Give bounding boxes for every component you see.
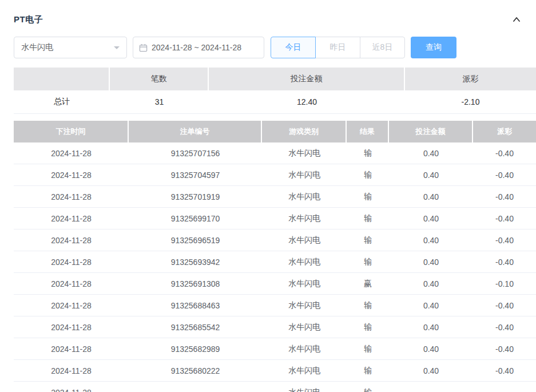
- bet-payout: -0.40: [473, 338, 536, 360]
- table-row: 2024-11-28 水牛闪电 输: [14, 382, 536, 392]
- filter-bar: 水牛闪电 2024-11-28 ~ 2024-11-28 今日 昨日 近8日 查…: [14, 37, 536, 58]
- calendar-icon: [139, 43, 148, 52]
- bet-result: 输: [347, 229, 389, 251]
- bet-game-type: 水牛闪电: [262, 295, 347, 316]
- bet-amount: 0.40: [389, 251, 473, 273]
- bet-result: 输: [347, 316, 389, 338]
- bet-result: 输: [347, 382, 389, 392]
- bet-game-type: 水牛闪电: [262, 164, 347, 186]
- bet-payout: -0.40: [473, 295, 536, 316]
- bets-header-order-id: 注单编号: [129, 121, 262, 142]
- summary-header-empty: [14, 68, 110, 90]
- bet-order-id: 91325685542: [129, 316, 262, 338]
- bet-game-type: 水牛闪电: [262, 142, 347, 164]
- summary-header-bet-amount: 投注金额: [209, 68, 405, 90]
- summary-total-bet-amount: 12.40: [209, 90, 405, 114]
- bets-header-payout: 派彩: [473, 121, 536, 142]
- bet-order-id: 91325704597: [129, 164, 262, 186]
- bet-amount: 0.40: [389, 229, 473, 251]
- table-row: 2024-11-28 91325688463 水牛闪电 输 0.40 -0.40: [14, 295, 536, 316]
- table-row: 2024-11-28 91325680222 水牛闪电 输 0.40 -0.40: [14, 360, 536, 382]
- summary-total-row: 总计 31 12.40 -2.10: [14, 90, 536, 114]
- bet-result: 输: [347, 338, 389, 360]
- bets-header-row: 下注时间 注单编号 游戏类别 结果 投注金额 派彩: [14, 121, 536, 142]
- bet-amount: 0.40: [389, 273, 473, 295]
- bets-table: 下注时间 注单编号 游戏类别 结果 投注金额 派彩 2024-11-28 913…: [14, 121, 536, 392]
- bet-game-type: 水牛闪电: [262, 186, 347, 208]
- summary-total-payout: -2.10: [405, 90, 536, 114]
- bet-game-type: 水牛闪电: [262, 208, 347, 229]
- date-range-value: 2024-11-28 ~ 2024-11-28: [152, 43, 241, 52]
- table-row: 2024-11-28 91325701919 水牛闪电 输 0.40 -0.40: [14, 186, 536, 208]
- summary-header-row: 笔数 投注金额 派彩: [14, 68, 536, 90]
- bet-game-type: 水牛闪电: [262, 316, 347, 338]
- bet-amount: 0.40: [389, 316, 473, 338]
- bet-time: 2024-11-28: [14, 295, 129, 316]
- bet-result: 输: [347, 186, 389, 208]
- bet-order-id: [129, 382, 262, 392]
- panel-titlebar: PT电子: [14, 11, 536, 27]
- bet-amount: 0.40: [389, 186, 473, 208]
- bet-game-type: 水牛闪电: [262, 360, 347, 382]
- bet-time: 2024-11-28: [14, 316, 129, 338]
- bets-table-body: 2024-11-28 91325707156 水牛闪电 输 0.40 -0.40…: [14, 142, 536, 392]
- bet-amount: 0.40: [389, 360, 473, 382]
- quick-filter-last8days[interactable]: 近8日: [360, 37, 405, 58]
- bet-amount: 0.40: [389, 295, 473, 316]
- bet-game-type: 水牛闪电: [262, 382, 347, 392]
- bet-time: 2024-11-28: [14, 382, 129, 392]
- bet-result: 输: [347, 142, 389, 164]
- report-panel: PT电子 水牛闪电 2024-11-28 ~ 2024-11-28 今日 昨日 …: [0, 0, 536, 392]
- bet-amount: 0.40: [389, 208, 473, 229]
- quick-filter-yesterday[interactable]: 昨日: [315, 37, 360, 58]
- bet-result: 输: [347, 208, 389, 229]
- bet-payout: -0.40: [473, 229, 536, 251]
- bet-payout: -0.40: [473, 208, 536, 229]
- bet-payout: -0.10: [473, 273, 536, 295]
- bet-game-type: 水牛闪电: [262, 338, 347, 360]
- bets-header-time: 下注时间: [14, 121, 129, 142]
- table-row: 2024-11-28 91325696519 水牛闪电 输 0.40 -0.40: [14, 229, 536, 251]
- chevron-up-icon: [513, 17, 521, 22]
- game-select-value: 水牛闪电: [21, 42, 53, 53]
- bet-time: 2024-11-28: [14, 338, 129, 360]
- quick-filter-today[interactable]: 今日: [271, 37, 316, 58]
- bet-amount: 0.40: [389, 164, 473, 186]
- quick-filter-group: 今日 昨日 近8日: [271, 37, 405, 58]
- table-row: 2024-11-28 91325682989 水牛闪电 输 0.40 -0.40: [14, 338, 536, 360]
- table-row: 2024-11-28 91325707156 水牛闪电 输 0.40 -0.40: [14, 142, 536, 164]
- bet-payout: -0.40: [473, 360, 536, 382]
- summary-header-payout: 派彩: [405, 68, 536, 90]
- bet-amount: 0.40: [389, 338, 473, 360]
- bets-header-bet-amount: 投注金额: [389, 121, 473, 142]
- bet-payout: -0.40: [473, 142, 536, 164]
- bet-order-id: 91325688463: [129, 295, 262, 316]
- bet-order-id: 91325693942: [129, 251, 262, 273]
- panel-title: PT电子: [14, 14, 43, 25]
- bet-time: 2024-11-28: [14, 273, 129, 295]
- table-row: 2024-11-28 91325704597 水牛闪电 输 0.40 -0.40: [14, 164, 536, 186]
- game-select[interactable]: 水牛闪电: [14, 37, 127, 58]
- summary-total-label: 总计: [14, 90, 110, 114]
- bet-game-type: 水牛闪电: [262, 273, 347, 295]
- bet-payout: -0.40: [473, 164, 536, 186]
- date-range-input[interactable]: 2024-11-28 ~ 2024-11-28: [133, 37, 264, 58]
- collapse-button[interactable]: [512, 15, 521, 24]
- table-row: 2024-11-28 91325693942 水牛闪电 输 0.40 -0.40: [14, 251, 536, 273]
- bet-amount: 0.40: [389, 142, 473, 164]
- bet-order-id: 91325691308: [129, 273, 262, 295]
- bet-order-id: 91325699170: [129, 208, 262, 229]
- table-row: 2024-11-28 91325691308 水牛闪电 赢 0.40 -0.10: [14, 273, 536, 295]
- table-row: 2024-11-28 91325685542 水牛闪电 输 0.40 -0.40: [14, 316, 536, 338]
- bet-time: 2024-11-28: [14, 208, 129, 229]
- chevron-down-icon: [114, 46, 120, 52]
- bet-game-type: 水牛闪电: [262, 251, 347, 273]
- bet-time: 2024-11-28: [14, 186, 129, 208]
- bet-result: 输: [347, 251, 389, 273]
- search-button[interactable]: 查询: [411, 37, 456, 58]
- bet-time: 2024-11-28: [14, 251, 129, 273]
- bet-time: 2024-11-28: [14, 142, 129, 164]
- summary-header-count: 笔数: [110, 68, 209, 90]
- bet-time: 2024-11-28: [14, 360, 129, 382]
- bet-order-id: 91325682989: [129, 338, 262, 360]
